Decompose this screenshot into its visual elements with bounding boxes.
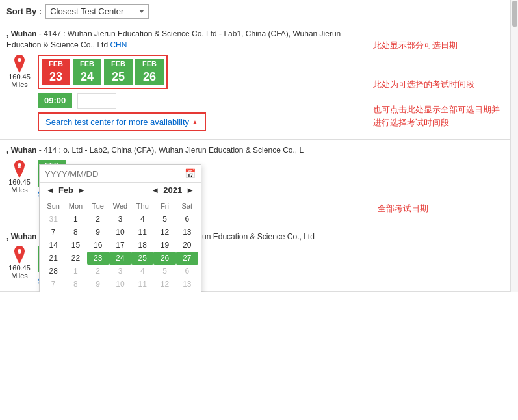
cal-cell[interactable]: 7	[42, 226, 64, 239]
test-center-card-2: , Wuhan - 414 : o. Ltd - Lab2, China (CF…	[0, 140, 510, 226]
cal-cell[interactable]: 9	[87, 278, 109, 291]
time-slot-row-1: 09:00	[38, 93, 369, 109]
annotation-1c: 也可点击此处显示全部可选日期并 进行选择考试时间段	[373, 103, 500, 129]
date-box-feb24[interactable]: FEB 24	[73, 59, 101, 85]
date-box-feb23[interactable]: FEB 23	[42, 59, 70, 85]
cal-month-nav: ◄ Feb ►	[45, 185, 87, 195]
location-pin-icon-2: 2	[12, 160, 27, 178]
time-slot-empty	[77, 93, 116, 109]
cal-cell[interactable]: 1	[64, 213, 86, 226]
cal-cell[interactable]: 26	[153, 252, 175, 265]
cal-cell[interactable]: 4	[131, 265, 153, 278]
svg-text:1: 1	[18, 58, 21, 64]
cal-week-row: 14151617181920	[42, 239, 198, 252]
time-slot-0900[interactable]: 09:00	[38, 93, 72, 108]
cal-cell[interactable]: 11	[131, 226, 153, 239]
search-more-container-1: Search test center for more availability…	[38, 112, 369, 131]
annotation-2a: 全部考试日期	[378, 202, 500, 215]
cal-year-nav: ◄ 2021 ►	[149, 185, 196, 195]
distance-3: 160.45	[8, 264, 31, 272]
sort-select[interactable]: Closest Test CenterEarliest Available Da…	[45, 4, 149, 19]
cal-cell[interactable]: 20	[176, 239, 198, 252]
cal-week-row: 21222324252627	[42, 252, 198, 265]
cal-week-row: 31123456	[42, 213, 198, 226]
calendar-icon: 📅	[185, 168, 196, 179]
location-pin-icon-1: 1	[12, 55, 27, 73]
sort-bar: Sort By : Closest Test CenterEarliest Av…	[0, 0, 510, 23]
cal-cell[interactable]: 2	[87, 213, 109, 226]
location-pin-icon-3: 3	[12, 246, 27, 264]
center-title-2: , Wuhan - 414 : o. Ltd - Lab2, China (CF…	[6, 145, 374, 156]
cal-date-input: 📅	[40, 165, 201, 183]
cal-cell[interactable]: 1	[64, 265, 86, 278]
cal-year-label: 2021	[163, 185, 182, 195]
cal-cell[interactable]: 9	[87, 226, 109, 239]
date-box-feb26[interactable]: FEB 26	[135, 59, 164, 85]
cal-cell[interactable]: 12	[153, 226, 175, 239]
test-center-card-1: , Wuhan - 4147 : Wuhan Jierun Education …	[0, 23, 510, 140]
cal-cell[interactable]: 3	[109, 213, 131, 226]
cal-cell[interactable]: 14	[42, 239, 64, 252]
scrollbar[interactable]	[510, 0, 518, 292]
prev-year-btn[interactable]: ◄	[149, 185, 161, 195]
cal-week-row: 78910111213	[42, 278, 198, 291]
svg-text:3: 3	[18, 249, 21, 255]
date-box-feb25[interactable]: FEB 25	[104, 59, 133, 85]
cal-cell[interactable]: 15	[64, 239, 86, 252]
center-title-1: , Wuhan - 4147 : Wuhan Jierun Education …	[6, 29, 369, 51]
cal-header: ◄ Feb ► ◄ 2021 ►	[40, 183, 201, 198]
cal-cell[interactable]: 25	[131, 252, 153, 265]
cal-cell[interactable]: 3	[109, 265, 131, 278]
cal-cell[interactable]: 10	[109, 278, 131, 291]
card-body-1: 1 160.45 Miles FEB 23	[6, 55, 369, 131]
cal-week-row: 78910111213	[42, 226, 198, 239]
arrow-up-icon-1: ▲	[192, 118, 198, 125]
cal-cell[interactable]: 18	[131, 239, 153, 252]
sort-label: Sort By :	[6, 7, 42, 16]
search-more-btn-1[interactable]: Search test center for more availability…	[38, 112, 206, 131]
cal-cell[interactable]: 5	[153, 265, 175, 278]
distance-2: 160.45	[8, 178, 31, 186]
cal-grid: Sun Mon Tue Wed Thu Fri Sat	[40, 198, 201, 292]
cal-cell[interactable]: 4	[131, 213, 153, 226]
cal-cell[interactable]: 28	[42, 265, 64, 278]
svg-text:2: 2	[18, 163, 21, 169]
next-month-btn[interactable]: ►	[76, 185, 87, 195]
dates-section-2: FEB 23 Search 📅	[38, 160, 374, 202]
cal-cell[interactable]: 24	[109, 252, 131, 265]
cal-cell[interactable]: 10	[109, 226, 131, 239]
cal-cell[interactable]: 2	[87, 265, 109, 278]
cal-cell[interactable]: 8	[64, 278, 86, 291]
cal-cell[interactable]: 12	[153, 278, 175, 291]
cal-cell[interactable]: 31	[42, 213, 64, 226]
cal-cell[interactable]: 22	[64, 252, 86, 265]
cal-cell[interactable]: 13	[176, 278, 198, 291]
cal-cell[interactable]: 19	[153, 239, 175, 252]
cal-cell[interactable]: 6	[176, 265, 198, 278]
annotations-1: 此处显示部分可选日期 此处为可选择的考试时间段 也可点击此处显示全部可选日期并 …	[369, 29, 504, 134]
cal-cell[interactable]: 23	[87, 252, 109, 265]
miles-label-3: Miles	[11, 272, 28, 280]
prev-month-btn[interactable]: ◄	[45, 185, 56, 195]
map-pin-1: 1 160.45 Miles	[6, 55, 32, 88]
cal-cell[interactable]: 16	[87, 239, 109, 252]
calendar-popup: 📅 ◄ Feb ► ◄	[39, 164, 201, 292]
cal-month-label: Feb	[58, 185, 73, 195]
next-year-btn[interactable]: ►	[185, 185, 196, 195]
date-input-field[interactable]	[45, 169, 182, 179]
cal-week-row: 28123456	[42, 265, 198, 278]
cal-cell[interactable]: 5	[153, 213, 175, 226]
cal-cell[interactable]: 7	[42, 278, 64, 291]
scrollbar-thumb[interactable]	[512, 1, 517, 27]
distance-1: 160.45	[8, 73, 31, 81]
cal-cell[interactable]: 11	[131, 278, 153, 291]
cal-cell[interactable]: 27	[176, 252, 198, 265]
cal-cell[interactable]: 8	[64, 226, 86, 239]
cal-days-header: Sun Mon Tue Wed Thu Fri Sat	[42, 201, 198, 211]
annotations-2: 全部考试日期	[374, 145, 504, 220]
cal-cell[interactable]: 6	[176, 213, 198, 226]
cal-cell[interactable]: 17	[109, 239, 131, 252]
date-boxes-1: FEB 23 FEB 24 FEB 25	[38, 55, 168, 89]
cal-cell[interactable]: 13	[176, 226, 198, 239]
cal-cell[interactable]: 21	[42, 252, 64, 265]
